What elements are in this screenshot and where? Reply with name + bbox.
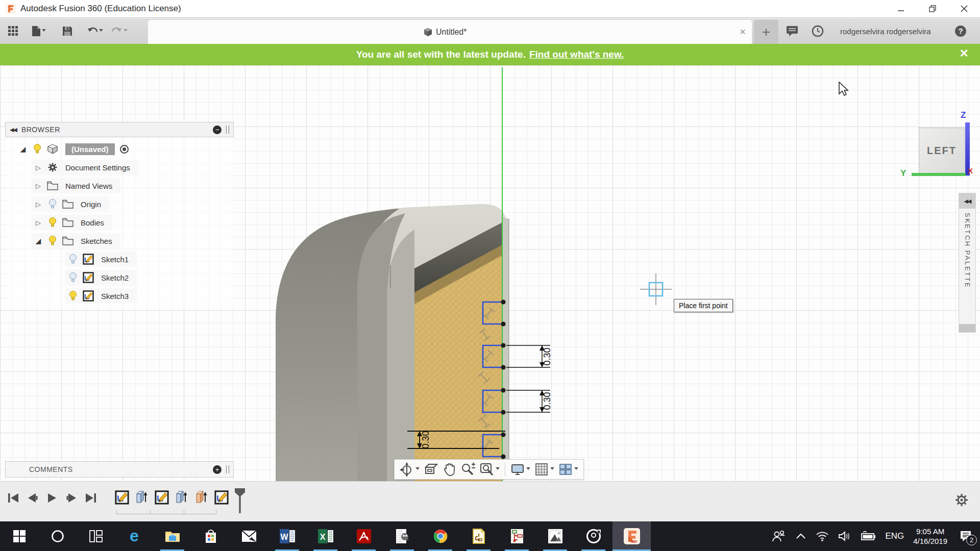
taskbar-acrobat[interactable] bbox=[345, 521, 383, 551]
file-menu-button[interactable] bbox=[29, 21, 49, 41]
taskbar-mail[interactable] bbox=[230, 521, 268, 551]
document-tab[interactable]: Untitled* × bbox=[148, 20, 752, 44]
taskbar-excel[interactable]: X bbox=[306, 521, 345, 551]
browser-item-label[interactable]: Sketch1 bbox=[101, 255, 129, 264]
browser-item-label[interactable]: Document Settings bbox=[65, 163, 130, 172]
visibility-bulb-off-icon[interactable] bbox=[65, 272, 81, 283]
taskbar-chrome[interactable] bbox=[421, 521, 459, 551]
design-viewport[interactable]: 2. 0.30 bbox=[0, 65, 980, 481]
browser-row-sketch1[interactable]: Sketch1 bbox=[5, 250, 234, 268]
taskbar-edge[interactable]: e bbox=[115, 521, 153, 551]
expander-icon[interactable]: ▷ bbox=[32, 164, 45, 171]
wifi-button[interactable] bbox=[816, 531, 829, 542]
taskbar-clock[interactable]: 9:05 AM 4/16/2019 bbox=[913, 527, 947, 546]
job-status-button[interactable] bbox=[807, 21, 828, 41]
browser-row-sketch2[interactable]: Sketch2 bbox=[5, 268, 234, 287]
task-view-button[interactable] bbox=[77, 521, 115, 551]
viewports-caret[interactable] bbox=[574, 467, 578, 472]
update-banner-link[interactable]: Find out what's new. bbox=[529, 49, 624, 60]
timeline-position-marker[interactable] bbox=[234, 488, 246, 514]
browser-drag-handle[interactable] bbox=[226, 126, 229, 134]
browser-minimize-icon[interactable]: − bbox=[213, 126, 222, 134]
look-at-button[interactable] bbox=[422, 460, 440, 479]
user-account-button[interactable]: rodgerselvira rodgerselvira bbox=[840, 27, 931, 36]
redo-caret[interactable] bbox=[124, 29, 128, 34]
action-center-button[interactable]: 2 bbox=[960, 530, 973, 542]
expander-icon[interactable]: ▷ bbox=[32, 182, 45, 190]
taskbar-gimp[interactable] bbox=[383, 521, 421, 551]
undo-caret[interactable] bbox=[99, 29, 103, 34]
browser-item-label[interactable]: Sketch3 bbox=[101, 292, 129, 300]
viewports-button[interactable] bbox=[556, 460, 580, 479]
browser-row-bodies[interactable]: ▷ Bodies bbox=[5, 213, 234, 232]
expander-icon[interactable]: ◢ bbox=[16, 145, 30, 153]
dimension-right-lower-value[interactable]: 0.30 bbox=[542, 392, 552, 410]
new-tab-button[interactable]: + bbox=[754, 20, 778, 44]
taskbar-photos[interactable] bbox=[536, 521, 574, 551]
browser-row-document-settings[interactable]: ▷ Document Settings bbox=[5, 158, 234, 177]
browser-item-label[interactable]: Sketch2 bbox=[101, 273, 129, 282]
expander-icon[interactable]: ◢ bbox=[32, 237, 45, 245]
viewcube-face-label[interactable]: LEFT bbox=[927, 145, 957, 157]
app-grid-button[interactable] bbox=[3, 21, 23, 41]
browser-row-named-views[interactable]: ▷ Named Views bbox=[5, 177, 234, 195]
step-back-button[interactable] bbox=[27, 492, 39, 504]
model-inner-wall[interactable] bbox=[387, 230, 414, 481]
display-settings-caret[interactable] bbox=[526, 467, 530, 472]
taskbar-fusion-360[interactable]: 360 bbox=[612, 521, 651, 551]
add-comment-icon[interactable]: + bbox=[213, 465, 222, 474]
battery-button[interactable] bbox=[861, 531, 876, 541]
display-settings-button[interactable] bbox=[508, 460, 532, 479]
orbit-button[interactable] bbox=[398, 460, 422, 479]
timeline-settings-button[interactable] bbox=[954, 493, 969, 507]
fit-caret[interactable] bbox=[496, 467, 500, 472]
timeline-sketch1-item[interactable] bbox=[113, 488, 131, 507]
comments-toggle-button[interactable] bbox=[782, 21, 802, 41]
start-button[interactable] bbox=[0, 521, 38, 551]
go-to-start-button[interactable] bbox=[7, 492, 19, 504]
orbit-caret[interactable] bbox=[415, 467, 420, 472]
visibility-bulb-on-icon[interactable] bbox=[30, 143, 45, 155]
search-button[interactable] bbox=[38, 521, 77, 551]
pan-button[interactable] bbox=[440, 460, 458, 479]
browser-row-root[interactable]: ◢ (Unsaved) bbox=[5, 140, 234, 158]
people-button[interactable] bbox=[772, 530, 786, 542]
fit-button[interactable] bbox=[478, 460, 502, 479]
taskbar-file-explorer[interactable] bbox=[153, 521, 191, 551]
go-to-end-button[interactable] bbox=[85, 492, 97, 504]
grid-settings-button[interactable] bbox=[532, 460, 556, 479]
browser-item-label[interactable]: (Unsaved) bbox=[65, 143, 115, 155]
minimize-button[interactable] bbox=[885, 0, 917, 17]
timeline-extrude3-suppressed-item[interactable] bbox=[193, 488, 210, 507]
browser-collapse-icon[interactable]: ◀◀ bbox=[10, 127, 16, 133]
browser-row-origin[interactable]: ▷ Origin bbox=[5, 195, 234, 213]
browser-row-sketch3[interactable]: Sketch3 bbox=[5, 287, 234, 305]
comments-drag-handle[interactable] bbox=[226, 465, 229, 473]
banner-close-icon[interactable]: ✕ bbox=[960, 47, 969, 60]
zoom-button[interactable] bbox=[458, 460, 478, 479]
expander-icon[interactable]: ▷ bbox=[32, 201, 45, 208]
undo-button[interactable] bbox=[85, 21, 105, 41]
visibility-bulb-off-icon[interactable] bbox=[45, 198, 60, 210]
browser-item-label[interactable]: Sketches bbox=[81, 237, 112, 245]
grid-settings-caret[interactable] bbox=[550, 467, 554, 472]
browser-item-label[interactable]: Origin bbox=[81, 200, 101, 209]
step-forward-button[interactable] bbox=[65, 492, 78, 504]
viewcube[interactable]: LEFT bbox=[919, 128, 965, 173]
dimension-right-upper-value[interactable]: 0.30 bbox=[542, 347, 552, 365]
taskbar-media-player[interactable] bbox=[574, 521, 612, 551]
visibility-bulb-on-icon[interactable] bbox=[65, 290, 81, 302]
hidden-icons-button[interactable] bbox=[795, 533, 806, 540]
help-button[interactable]: ? bbox=[950, 21, 971, 41]
activate-radio-icon[interactable] bbox=[120, 145, 129, 154]
volume-button[interactable] bbox=[838, 531, 851, 542]
timeline-sketch2-item[interactable] bbox=[153, 488, 170, 507]
browser-item-label[interactable]: Bodies bbox=[81, 218, 104, 227]
visibility-bulb-on-icon[interactable] bbox=[45, 217, 60, 228]
dimension-bottom-left-value[interactable]: 0.30 bbox=[421, 431, 431, 448]
sketch-palette-tab[interactable]: ◀◀ SKETCH PALETTE bbox=[959, 193, 976, 333]
visibility-bulb-off-icon[interactable] bbox=[65, 254, 81, 265]
visibility-bulb-on-icon[interactable] bbox=[45, 235, 60, 246]
timeline-extrude2-item[interactable] bbox=[173, 488, 190, 507]
taskbar-draw[interactable] bbox=[459, 521, 498, 551]
